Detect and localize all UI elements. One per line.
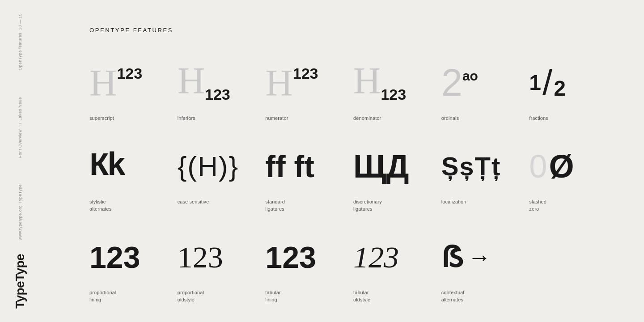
glyph-case-sensitive: {(H)} <box>178 140 239 193</box>
label-denominator: denominator <box>353 115 381 122</box>
section-label: OpenType features <box>17 33 23 70</box>
sidebar-font-info: TT Lakes Neue Font Overview <box>17 97 23 157</box>
feature-fractions: 1 / 2 fractions <box>529 56 617 140</box>
glyph-ordinals: 2 ao <box>441 56 478 110</box>
feature-slashed-zero: 0 Ø slashed zero <box>529 140 617 230</box>
glyph-tabular-oldstyle: 123 <box>353 230 399 284</box>
label-standard-line1: standard <box>265 199 285 205</box>
label-discretionary-line1: discretionary <box>353 199 382 205</box>
label-superscript: superscript <box>89 115 114 122</box>
glyph-ordinal-sup: ao <box>462 68 478 84</box>
label-stylistic-line2: alternates <box>89 206 111 212</box>
glyph-proportional-oldstyle: 123 <box>178 230 223 284</box>
glyph-beta: ẞ <box>441 243 463 271</box>
glyph-h-superscript: H <box>89 66 117 100</box>
feature-superscript: H 123 superscript <box>89 56 178 140</box>
glyph-contextual-alternates: ẞ → <box>441 230 491 284</box>
font-name: TT Lakes Neue <box>17 97 23 127</box>
glyph-zero-pair: 0 Ø <box>529 150 574 182</box>
glyph-ordinal-num: 2 <box>441 66 462 100</box>
main-content: OPENTYPE FEATURES H 123 superscript H 12… <box>72 0 644 322</box>
features-grid: H 123 superscript H 123 inferiors H 123 <box>89 56 617 321</box>
feature-proportional-lining: 123 proportional lining <box>89 230 178 321</box>
feature-localization: ȘșȚț localization <box>441 140 530 230</box>
label-slashed-line1: slashed <box>529 199 547 205</box>
glyph-frac-2: 2 <box>554 78 566 99</box>
glyph-superscript: H 123 <box>89 56 142 110</box>
label-discretionary-line2: ligatures <box>353 206 373 212</box>
page-range: 13 — 15 <box>17 13 23 30</box>
glyph-brackets: {(H)} <box>178 153 239 180</box>
feature-standard-ligatures: ff ft standard ligatures <box>265 140 353 230</box>
feature-discretionary-ligatures: ЩД discretionary ligatures <box>353 140 441 230</box>
glyph-denominator: H 123 <box>353 56 406 110</box>
glyph-standard-ligatures: ff ft <box>265 140 314 193</box>
glyph-proportional-lining: 123 <box>89 230 140 284</box>
company-name: TypeType <box>17 184 23 203</box>
glyph-superscript-num: 123 <box>117 66 142 81</box>
glyph-fraction-display: 1 / 2 <box>529 65 566 101</box>
label-tab-lining-2: lining <box>265 297 277 303</box>
glyph-tabular-lining: 123 <box>265 230 316 284</box>
feature-numerator: H 123 numerator <box>265 56 353 140</box>
glyph-discretionary-ligatures: ЩД <box>353 140 409 193</box>
label-fractions: fractions <box>529 115 548 122</box>
sidebar-page-info: 13 — 15 OpenType features <box>17 13 23 70</box>
label-localization: localization <box>441 199 466 205</box>
glyph-zero-slashed: Ø <box>549 150 574 182</box>
label-tab-lining-1: tabular <box>265 289 280 296</box>
glyph-cyrillic-lig: ЩД <box>353 150 409 182</box>
glyph-ff-ft: ff ft <box>265 151 314 182</box>
feature-tabular-lining: 123 tabular lining <box>265 230 353 321</box>
glyph-stylistic-alternates: Кk <box>89 140 124 193</box>
glyph-frac-1: 1 <box>529 72 541 93</box>
label-case-sensitive: case sensitive <box>178 199 209 205</box>
glyph-inferiors: H 123 <box>178 56 230 110</box>
label-stylistic-line1: stylistic <box>89 199 106 205</box>
label-prop-lining-1: proportional <box>89 289 116 296</box>
label-inferiors: inferiors <box>178 115 195 122</box>
label-contextual-2: alternates <box>441 297 463 303</box>
glyph-kk: Кk <box>89 150 124 182</box>
page-title: OPENTYPE FEATURES <box>89 27 617 34</box>
label-tab-oldstyle-2: oldstyle <box>353 297 370 303</box>
glyph-localization: ȘșȚț <box>441 140 501 193</box>
label-prop-oldstyle-2: oldstyle <box>178 297 195 303</box>
feature-ordinals: 2 ao ordinals <box>441 56 530 140</box>
feature-tabular-oldstyle: 123 tabular oldstyle <box>353 230 441 321</box>
glyph-frac-slash: / <box>542 65 552 101</box>
glyph-h-denominator: H <box>353 64 381 98</box>
glyph-nums-tab-lin: 123 <box>265 242 316 272</box>
feature-empty <box>529 230 617 321</box>
glyph-local-chars: ȘșȚț <box>441 153 501 179</box>
feature-stylistic-alternates: Кk stylistic alternates <box>89 140 178 230</box>
brand-name: TypeType <box>13 254 27 309</box>
font-subtitle: Font Overview <box>17 129 23 158</box>
glyph-zero-ghost: 0 <box>529 150 547 182</box>
feature-denominator: H 123 denominator <box>353 56 441 140</box>
feature-inferiors: H 123 inferiors <box>178 56 266 140</box>
glyph-nums-tab-old: 123 <box>353 242 399 272</box>
glyph-h-inferiors: H <box>178 64 205 98</box>
website: www.typetype.org <box>17 205 23 240</box>
glyph-slashed-zero: 0 Ø <box>529 140 574 193</box>
glyph-denominator-num: 123 <box>381 87 406 102</box>
label-tab-oldstyle-1: tabular <box>353 289 369 296</box>
glyph-numerator: H 123 <box>265 56 318 110</box>
label-standard-line2: ligatures <box>265 206 284 212</box>
label-prop-oldstyle-1: proportional <box>178 289 204 296</box>
feature-case-sensitive: {(H)} case sensitive <box>178 140 266 230</box>
glyph-arrow: → <box>468 246 491 269</box>
glyph-h-numerator: H <box>265 66 292 100</box>
feature-contextual-alternates: ẞ → contextual alternates <box>441 230 530 321</box>
sidebar: 13 — 15 OpenType features TT Lakes Neue … <box>0 0 40 322</box>
label-ordinals: ordinals <box>441 115 459 122</box>
glyph-numerator-num: 123 <box>293 66 318 81</box>
feature-proportional-oldstyle: 123 proportional oldstyle <box>178 230 266 321</box>
label-slashed-line2: zero <box>529 206 539 212</box>
glyph-fractions: 1 / 2 <box>529 56 566 110</box>
label-contextual-1: contextual <box>441 289 464 296</box>
glyph-nums-prop-old: 123 <box>178 242 223 272</box>
glyph-context-pair: ẞ → <box>441 243 491 271</box>
label-numerator: numerator <box>265 115 288 122</box>
